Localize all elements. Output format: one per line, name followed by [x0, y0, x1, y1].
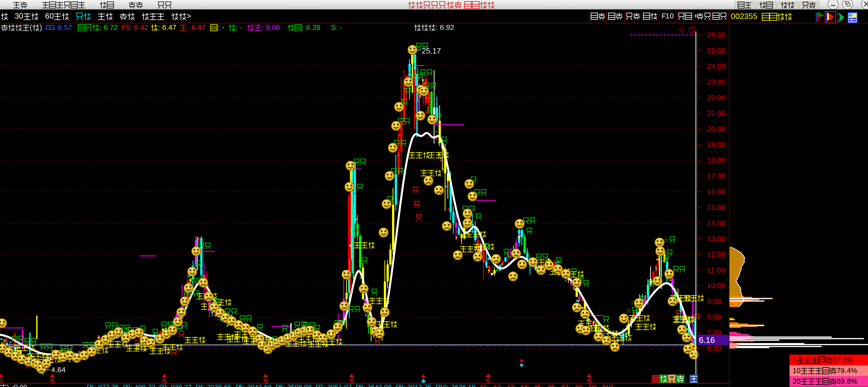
svg-text:%: %: [851, 377, 857, 385]
svg-text:S: S: [587, 377, 592, 386]
svg-text:9: 9: [841, 366, 845, 375]
svg-text:19.00: 19.00: [707, 140, 725, 149]
svg-text:6: 6: [162, 23, 166, 31]
svg-text:0: 0: [797, 366, 801, 375]
svg-text:S: S: [162, 377, 167, 386]
svg-text:3: 3: [15, 12, 19, 21]
svg-text:7: 7: [68, 23, 72, 31]
svg-text:2: 2: [450, 23, 454, 31]
svg-text:5: 5: [64, 23, 68, 31]
svg-text:4: 4: [140, 23, 144, 31]
svg-text:7: 7: [110, 23, 114, 31]
svg-text:2: 2: [740, 12, 744, 21]
svg-text:0: 0: [731, 12, 735, 21]
svg-text::: :: [187, 23, 189, 31]
svg-text::: :: [129, 23, 131, 31]
svg-text::: :: [261, 23, 264, 31]
svg-text:6: 6: [58, 23, 62, 31]
svg-text:6: 6: [306, 23, 310, 31]
svg-text:11.00: 11.00: [707, 266, 725, 274]
svg-text:4: 4: [197, 23, 202, 31]
svg-text:9: 9: [266, 23, 270, 31]
svg-text:+: +: [694, 12, 698, 20]
svg-text:6: 6: [103, 23, 107, 31]
svg-text::: :: [302, 23, 304, 31]
svg-text:.: .: [845, 366, 846, 375]
svg-text:.: .: [270, 23, 272, 31]
svg-text:0: 0: [50, 12, 54, 21]
svg-text:2: 2: [312, 23, 316, 31]
svg-text:9: 9: [841, 377, 845, 385]
svg-text:7: 7: [173, 23, 176, 31]
svg-text:6: 6: [45, 12, 49, 21]
svg-text:0: 0: [797, 377, 801, 385]
svg-text:0: 0: [19, 12, 23, 21]
svg-text:.: .: [310, 23, 312, 31]
svg-text:S: S: [349, 377, 354, 386]
svg-text:14.00: 14.00: [707, 219, 725, 227]
svg-text:7: 7: [202, 23, 206, 31]
svg-text:): ): [40, 23, 42, 31]
svg-text:13.00: 13.00: [707, 235, 725, 243]
svg-text::: :: [218, 23, 220, 31]
svg-text:>: >: [187, 12, 191, 21]
svg-text:3: 3: [744, 12, 748, 21]
svg-text:25.17: 25.17: [422, 47, 441, 55]
svg-text:0: 0: [272, 23, 276, 31]
svg-text:2: 2: [114, 23, 118, 31]
svg-text:6: 6: [837, 377, 841, 385]
svg-text:17.00: 17.00: [707, 172, 725, 180]
svg-text:4: 4: [847, 366, 851, 375]
svg-text:9.00: 9.00: [707, 297, 721, 305]
svg-text:3: 3: [843, 356, 847, 364]
svg-text:7: 7: [837, 356, 841, 364]
svg-text::: :: [99, 23, 101, 31]
svg-text:2: 2: [144, 23, 148, 31]
svg-text:10.00: 10.00: [707, 281, 725, 290]
svg-text:.: .: [108, 23, 110, 31]
svg-text:8.00: 8.00: [707, 313, 721, 321]
svg-text:S: S: [50, 377, 55, 386]
svg-text:2: 2: [793, 377, 797, 385]
svg-text:S: S: [486, 377, 491, 386]
svg-text:0: 0: [735, 12, 740, 21]
svg-text:6: 6: [134, 23, 138, 31]
svg-text:7: 7: [837, 366, 841, 375]
svg-text:9: 9: [446, 23, 450, 31]
svg-text:.: .: [444, 23, 446, 31]
svg-text::: :: [436, 23, 438, 31]
svg-text:1: 1: [793, 366, 797, 375]
svg-text:%: %: [847, 356, 853, 364]
svg-text:6: 6: [276, 23, 280, 31]
svg-text:18.00: 18.00: [707, 156, 725, 164]
svg-text:15.00: 15.00: [707, 203, 725, 211]
svg-text:22.00: 22.00: [707, 93, 725, 102]
svg-text::: :: [335, 23, 337, 31]
svg-text:25.00: 25.00: [707, 46, 725, 55]
svg-text:.: .: [166, 23, 168, 31]
svg-text:8: 8: [833, 356, 837, 364]
svg-text::: :: [53, 23, 55, 31]
svg-text:S: S: [263, 377, 268, 386]
svg-text:12.00: 12.00: [707, 250, 725, 259]
svg-text:16.00: 16.00: [707, 187, 725, 196]
svg-text::: :: [158, 23, 160, 31]
svg-text:4: 4: [168, 23, 173, 31]
svg-text:-: -: [339, 23, 342, 31]
svg-text:.: .: [138, 23, 140, 31]
svg-text:23.00: 23.00: [707, 78, 725, 86]
svg-text:8: 8: [847, 377, 851, 385]
svg-text:.: .: [62, 23, 64, 31]
svg-text:-: -: [240, 23, 242, 31]
svg-text:%: %: [851, 366, 857, 375]
svg-text:5: 5: [748, 12, 753, 21]
svg-text:-: -: [222, 23, 224, 31]
svg-text:6: 6: [440, 23, 444, 31]
svg-text:.: .: [195, 23, 197, 31]
svg-text:(: (: [30, 23, 32, 31]
svg-text:4.64: 4.64: [51, 365, 65, 374]
svg-text:☆: ☆: [626, 307, 632, 314]
svg-text:0: 0: [670, 12, 674, 20]
svg-text:8: 8: [316, 23, 320, 31]
svg-text:5: 5: [793, 356, 797, 364]
